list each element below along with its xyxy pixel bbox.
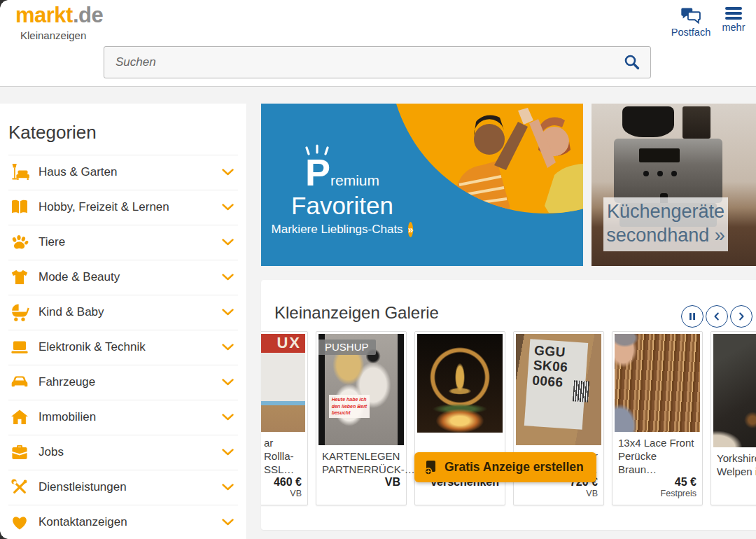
gallery-card[interactable]: Yorkshire Welpen in — [710, 331, 756, 505]
gallery-card[interactable]: PUSHUP Heute habe ich den lieben Bert be… — [316, 331, 407, 505]
heart-icon — [10, 512, 29, 532]
velux-label-box: GGU SK06 0066 — [516, 334, 601, 445]
sidebar-item-elektronik-technik[interactable]: Elektronik & Technik — [0, 330, 246, 365]
category-label: Elektronik & Technik — [38, 340, 146, 354]
pause-icon — [688, 312, 696, 321]
gallery-card[interactable]: 13x4 Lace Front Perücke Braun… 45 € Fest… — [612, 331, 703, 505]
sidebar-item-tiere[interactable]: Tiere — [0, 225, 246, 260]
chevron-down-icon — [222, 204, 234, 211]
gallery-title: Kleinanzeigen Galerie — [274, 303, 439, 323]
tshirt-icon — [10, 267, 29, 287]
house-icon — [10, 407, 29, 427]
logo-subtitle: Kleinanzeigen — [20, 29, 103, 41]
category-label: Tiere — [38, 235, 65, 249]
sofa-lamp-icon — [10, 162, 29, 182]
stroller-icon — [10, 302, 29, 322]
card-title: Yorkshire Welpen in — [717, 451, 756, 478]
kitchen-secondhand-banner[interactable]: Küchengeräte secondhand » — [592, 104, 756, 266]
statue-photo — [417, 334, 503, 433]
arrow-badge[interactable]: » — [408, 222, 414, 237]
postfach-button[interactable]: Postfach — [669, 6, 713, 38]
laptop-icon — [10, 337, 29, 357]
premium-rays-icon — [261, 144, 387, 155]
search-icon — [623, 53, 641, 71]
postfach-label: Postfach — [671, 27, 710, 38]
gallery-card[interactable]: UX ar Rollla- SSL… 460 € VB — [261, 331, 308, 505]
card-price-qualifier — [421, 489, 499, 499]
next-button[interactable] — [730, 305, 752, 328]
category-label: Jobs — [38, 445, 64, 459]
sidebar-item-hobby-freizeit-lernen[interactable]: Hobby, Freizeit & Lernen — [0, 190, 246, 225]
chevron-down-icon — [222, 239, 234, 246]
category-list: Haus & Garten Hobby, Freizeit & Lernen T… — [0, 155, 246, 539]
category-label: Kontaktanzeigen — [38, 515, 127, 529]
card-price-qualifier: Festpreis — [618, 489, 696, 499]
search-button[interactable] — [617, 49, 648, 76]
card-title: 13x4 Lace Front Perücke Braun… — [618, 436, 696, 476]
card-image-text: Heute habe ich den lieben Bert besucht — [329, 395, 370, 417]
logo-de: .de — [73, 3, 103, 27]
create-ad-icon — [424, 460, 438, 475]
card-image-text: UX — [276, 334, 301, 352]
banner-orange-circle — [389, 104, 583, 214]
kleinanzeigen-galerie-panel: Kleinanzeigen Galerie UX ar Rollla- SSL…… — [261, 280, 756, 530]
category-label: Haus & Garten — [38, 165, 117, 179]
card-title: KARTENLEGEN PARTNERRÜCK-… — [322, 449, 400, 476]
category-label: Immobilien — [38, 410, 96, 424]
kitchen-label-line1: Küchengeräte — [603, 200, 728, 223]
category-label: Dienstleistungen — [38, 480, 127, 494]
pause-button[interactable] — [681, 305, 704, 328]
category-label: Fahrzeuge — [38, 375, 95, 389]
create-ad-label: Gratis Anzeige erstellen — [444, 460, 584, 475]
sidebar-item-dienstleistungen[interactable]: Dienstleistungen — [0, 470, 246, 505]
puppy-photo — [713, 334, 756, 447]
card-price: VB — [322, 476, 400, 489]
paw-icon — [10, 232, 29, 252]
couple-photo: PUSHUP Heute habe ich den lieben Bert be… — [318, 334, 404, 445]
sidebar-item-kind-baby[interactable]: Kind & Baby — [0, 295, 246, 330]
site-logo[interactable]: markt.de Kleinanzeigen — [15, 4, 103, 41]
sidebar-item-jobs[interactable]: Jobs — [0, 435, 246, 470]
header: markt.de Kleinanzeigen Postfach mehr — [0, 0, 756, 87]
hamburger-menu-icon — [725, 6, 742, 20]
sidebar-item-kontaktanzeigen[interactable]: Kontaktanzeigen — [0, 505, 246, 539]
sidebar-item-mode-beauty[interactable]: Mode & Beauty — [0, 260, 246, 295]
card-price: 45 € — [618, 476, 696, 489]
chevron-left-icon — [713, 312, 721, 321]
kitchen-label-line2: secondhand » — [603, 223, 728, 247]
mehr-label: mehr — [722, 22, 745, 33]
favoriten-subtitle: Markiere Lieblings-Chats » — [272, 222, 412, 237]
chevron-down-icon — [222, 449, 234, 456]
kitchen-banner-label: Küchengeräte secondhand » — [603, 197, 728, 251]
chevron-down-icon — [222, 309, 234, 316]
card-price-qualifier: VB — [519, 489, 598, 499]
book-icon — [10, 197, 29, 217]
create-ad-button[interactable]: Gratis Anzeige erstellen — [414, 452, 596, 482]
chevron-down-icon — [222, 414, 234, 421]
search-input[interactable] — [104, 47, 650, 78]
card-price-qualifier — [322, 489, 400, 499]
car-icon — [10, 372, 29, 392]
high-five-men-photo — [417, 104, 583, 213]
card-price: 460 € — [261, 476, 302, 489]
card-image-text: GGU SK06 0066 — [524, 339, 588, 430]
search-bar — [104, 46, 651, 78]
logo-wordmark: markt.de — [15, 4, 103, 27]
sidebar-item-immobilien[interactable]: Immobilien — [0, 400, 246, 435]
card-title: ar Rollla- SSL… — [261, 436, 302, 476]
chevron-right-icon — [737, 312, 746, 321]
prev-button[interactable] — [706, 305, 728, 328]
briefcase-icon — [10, 442, 29, 462]
category-label: Kind & Baby — [38, 305, 104, 319]
chevron-down-icon — [222, 274, 234, 281]
chevron-down-icon — [222, 519, 234, 526]
sidebar-item-haus-garten[interactable]: Haus & Garten — [0, 155, 246, 190]
premium-favoriten-banner[interactable]: Premium Favoriten Markiere Lieblings-Cha… — [261, 104, 583, 266]
sidebar-item-fahrzeuge[interactable]: Fahrzeuge — [0, 365, 246, 400]
mehr-button[interactable]: mehr — [720, 6, 748, 33]
category-label: Mode & Beauty — [38, 270, 120, 284]
velux-box-angled: UX — [261, 334, 305, 432]
categories-sidebar: Kategorien Haus & Garten Hobby, Freizeit… — [0, 104, 246, 539]
chevron-down-icon — [222, 379, 234, 386]
gallery-controls — [681, 305, 752, 328]
